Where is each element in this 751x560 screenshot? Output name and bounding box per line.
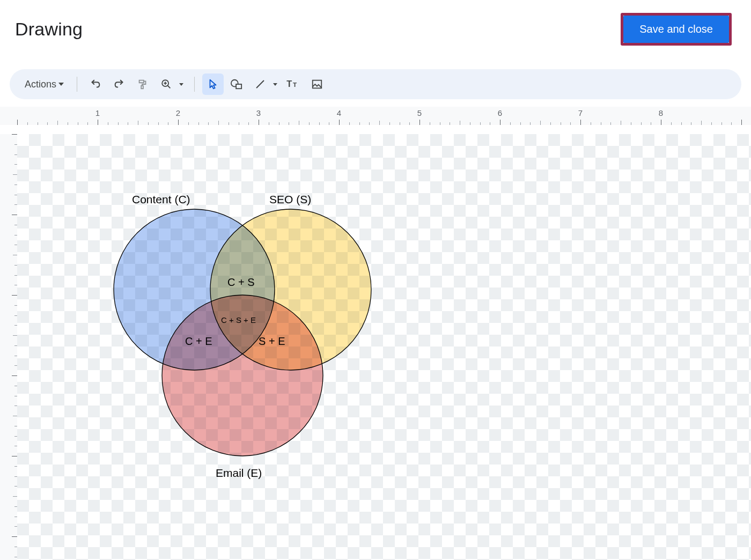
textbox-icon: TT xyxy=(286,79,300,90)
line-tool-menu[interactable] xyxy=(249,73,281,95)
svg-line-2 xyxy=(168,86,171,89)
undo-button[interactable] xyxy=(85,73,106,95)
svg-text:T: T xyxy=(286,79,292,89)
line-icon xyxy=(254,78,266,90)
vertical-ruler xyxy=(0,134,17,560)
redo-button[interactable] xyxy=(108,73,130,95)
save-and-close-button[interactable]: Save and close xyxy=(623,16,729,43)
cursor-icon xyxy=(207,78,219,90)
actions-menu-button[interactable]: Actions xyxy=(19,76,69,93)
venn-label-content: Content (C) xyxy=(132,193,190,206)
shape-tool-button[interactable] xyxy=(226,73,247,95)
venn-label-email: Email (E) xyxy=(216,467,262,480)
venn-diagram[interactable]: Content (C) SEO (S) Email (E) C + S C + … xyxy=(108,198,409,531)
textbox-tool-button[interactable]: TT xyxy=(283,73,304,95)
image-tool-button[interactable] xyxy=(306,73,328,95)
caret-down-icon xyxy=(273,83,277,86)
svg-rect-6 xyxy=(236,84,241,89)
drawing-canvas[interactable]: Content (C) SEO (S) Email (E) C + S C + … xyxy=(17,134,751,560)
venn-label-seo: SEO (S) xyxy=(269,193,311,206)
toolbar-separator xyxy=(77,77,77,92)
zoom-icon xyxy=(160,78,172,90)
svg-text:T: T xyxy=(293,81,297,89)
redo-icon xyxy=(113,78,125,90)
select-tool-button[interactable] xyxy=(202,73,224,95)
svg-line-7 xyxy=(257,81,264,88)
venn-intersection-se: S + E xyxy=(259,335,285,348)
toolbar-separator xyxy=(194,77,195,92)
undo-icon xyxy=(90,78,101,90)
toolbar: Actions TT xyxy=(10,69,741,99)
paint-format-button[interactable] xyxy=(132,73,153,95)
venn-intersection-cse: C + S + E xyxy=(221,315,256,325)
horizontal-ruler: 12345678 xyxy=(0,107,751,125)
paint-format-icon xyxy=(137,78,149,90)
dialog-title: Drawing xyxy=(15,19,83,40)
save-button-highlight: Save and close xyxy=(621,13,732,46)
actions-label: Actions xyxy=(25,79,56,90)
dialog-header: Drawing Save and close xyxy=(0,0,751,56)
venn-intersection-ce: C + E xyxy=(185,335,212,348)
caret-down-icon xyxy=(179,83,183,86)
venn-intersection-cs: C + S xyxy=(227,276,255,289)
line-tool-button[interactable] xyxy=(249,73,271,95)
caret-down-icon xyxy=(58,83,64,86)
image-icon xyxy=(311,78,323,90)
zoom-menu[interactable] xyxy=(156,73,187,95)
zoom-button[interactable] xyxy=(156,73,177,95)
shape-icon xyxy=(230,78,243,90)
svg-rect-0 xyxy=(141,86,143,89)
